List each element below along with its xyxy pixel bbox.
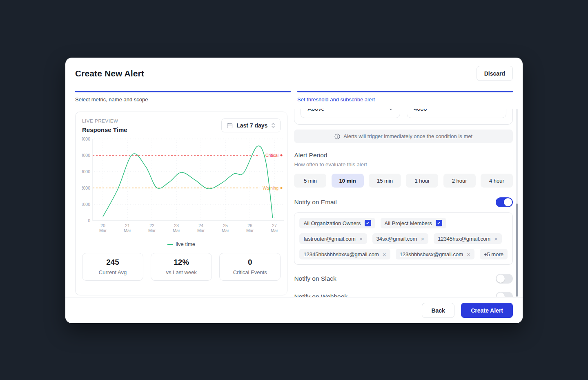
step2-scroll-content: Above 4000 [294,109,513,299]
remove-recipient-icon[interactable]: × [383,251,386,257]
modal-header: Create New Alert Discard [65,58,523,87]
stat-critical-events: 0 Critical Events [219,253,281,281]
notify-email-row: Notify on Email [294,197,513,207]
info-icon [334,134,340,139]
chart-legend: live time [82,241,281,247]
y-tick-label: 1000 [82,202,90,207]
scrollbar-track[interactable] [516,109,518,299]
recipient-chip: fastrouter@gmail.com × [299,233,367,244]
notify-email-toggle[interactable] [496,197,513,207]
recipient-row: 12345hbshhhsbxsx@gmail.com × 123shhhsbxs… [299,249,508,259]
threshold-label: Warning [263,186,278,190]
x-tick-label: 23Mar [173,223,180,233]
stat-label: Current Avg [86,269,140,275]
scrollbar-thumb[interactable] [516,203,518,297]
step-2-progress-bar [297,91,513,92]
group-chip-project-members[interactable]: All Project Members ✓ [381,218,446,228]
y-tick-label: 2000 [82,186,90,190]
toggle-knob [497,275,505,283]
group-chip-label: All Organization Owners [303,220,361,226]
group-chip-org-owners[interactable]: All Organization Owners ✓ [299,218,375,228]
modal-content: LIVE PREVIEW Response Time Last 7 days [65,103,523,299]
threshold-dot [281,187,283,189]
step-1[interactable]: Select metric, name and scope [75,91,291,103]
stat-label: Critical Events [223,269,277,275]
step2-scroll-area[interactable]: Above 4000 [294,109,513,299]
period-option-1hour[interactable]: 1 hour [406,174,438,188]
checkbox-checked-icon[interactable]: ✓ [365,220,371,226]
create-alert-modal: Create New Alert Discard Select metric, … [65,58,523,323]
calendar-icon [227,123,233,129]
step-1-label: Select metric, name and scope [75,96,291,103]
metric-title: Response Time [82,126,127,133]
remove-recipient-icon[interactable]: × [494,236,498,242]
alert-period-title: Alert Period [294,152,513,159]
remove-recipient-icon[interactable]: × [359,236,363,242]
modal-footer: Back Create Alert [65,297,523,323]
y-tick-label: 5000 [82,136,90,141]
x-tick-label: 21Mar [124,223,131,233]
recipient-row: fastrouter@gmail.com × 34sx@gmail.com × … [299,233,508,244]
recipient-email: 12345hbshhhsbxsx@gmail.com [303,251,379,257]
recipient-email: 34sx@gmail.com [376,236,417,242]
chart-wrap: 01000200030004000500020Mar21Mar22Mar23Ma… [82,136,281,239]
notify-slack-toggle[interactable] [496,274,513,284]
preview-titles: LIVE PREVIEW Response Time [82,118,127,133]
alert-period-options: 5 min 10 min 15 min 1 hour 2 hour 4 hour [294,174,513,188]
period-option-15min[interactable]: 15 min [369,174,401,188]
recipient-chip: 12345hsx@gmail.com × [434,233,502,244]
condition-info-bar: Alerts will trigger immediately once the… [294,130,513,143]
condition-card: Above 4000 [294,109,513,125]
stats-row: 245 Current Avg 12% vs Last week 0 Criti… [82,253,281,281]
condition-operator-select[interactable]: Above [301,109,400,118]
period-option-2hour[interactable]: 2 hour [443,174,476,188]
period-option-4hour[interactable]: 4 hour [481,174,513,188]
y-tick-label: 0 [88,218,90,223]
response-time-chart: 01000200030004000500020Mar21Mar22Mar23Ma… [82,136,285,238]
series-line-live-time [103,146,273,218]
step-2[interactable]: Set threshold and subscribe alert [297,91,513,103]
step2-panel: Above 4000 [294,109,513,299]
recipient-group-row: All Organization Owners ✓ All Project Me… [299,218,508,228]
legend-label: live time [176,241,195,247]
period-option-5min[interactable]: 5 min [294,174,326,188]
x-tick-label: 24Mar [197,223,205,233]
back-button[interactable]: Back [422,303,454,318]
threshold-value-input[interactable]: 4000 [407,109,506,118]
stat-value: 12% [154,258,208,267]
email-recipients-box: All Organization Owners ✓ All Project Me… [294,212,513,265]
chevron-updown-icon [271,123,275,128]
group-chip-label: All Project Members [385,220,432,226]
condition-operator-value: Above [307,109,324,112]
chevron-down-icon [388,109,393,110]
period-option-10min[interactable]: 10 min [332,174,364,188]
discard-button[interactable]: Discard [477,66,513,81]
legend-line-swatch [167,244,173,245]
live-preview-card: LIVE PREVIEW Response Time Last 7 days [75,112,287,295]
y-tick-label: 3000 [82,169,90,174]
x-tick-label: 22Mar [148,223,156,233]
step-progress: Select metric, name and scope Set thresh… [65,87,523,103]
condition-info-text: Alerts will trigger immediately once the… [343,133,472,139]
create-alert-button[interactable]: Create Alert [461,303,513,318]
more-recipients-chip[interactable]: +5 more [480,249,508,259]
recipient-email: 12345hsx@gmail.com [438,236,490,242]
stat-value: 245 [86,258,140,267]
remove-recipient-icon[interactable]: × [421,236,424,242]
stat-vs-last-week: 12% vs Last week [151,253,212,281]
notify-slack-row: Notify on Slack [294,274,513,284]
stat-value: 0 [223,258,277,267]
toggle-knob [504,198,512,206]
stat-current-avg: 245 Current Avg [82,253,143,281]
page-title: Create New Alert [75,69,144,78]
notify-email-label: Notify on Email [294,199,336,206]
recipient-email: fastrouter@gmail.com [303,236,355,242]
date-range-select[interactable]: Last 7 days [221,118,281,132]
notify-slack-label: Notify on Slack [294,275,336,282]
remove-recipient-icon[interactable]: × [467,251,470,257]
checkbox-checked-icon[interactable]: ✓ [436,220,442,226]
y-tick-label: 4000 [82,153,90,158]
threshold-dot [281,154,283,156]
stat-label: vs Last week [154,269,208,275]
alert-period-subtitle: How often to evaluate this alert [294,161,513,168]
